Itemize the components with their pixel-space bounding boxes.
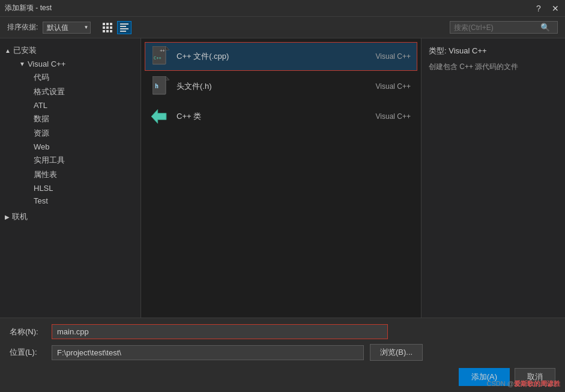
list-item-h[interactable]: h 头文件(.h) Visual C++ xyxy=(145,72,417,101)
class-file-name: C++ 类 xyxy=(177,111,371,122)
action-row: CSDN @爱斯歌的周谚胜 添加(A) 取消 xyxy=(10,368,555,386)
cancel-button[interactable]: 取消 xyxy=(515,368,555,386)
sidebar-item-resource[interactable]: 资源 xyxy=(29,126,140,140)
name-label: 名称(N): xyxy=(10,327,46,337)
sidebar-installed-header[interactable]: ▲ 已安装 xyxy=(0,43,140,58)
class-file-tag: Visual C++ xyxy=(376,112,411,121)
installed-arrow: ▲ xyxy=(5,47,11,54)
search-input[interactable] xyxy=(454,23,538,32)
cpp-file-tag: Visual C++ xyxy=(376,52,411,61)
list-view-button[interactable] xyxy=(117,21,131,34)
list-item-class[interactable]: C++ 类 Visual C++ xyxy=(145,102,417,131)
sidebar-online-label: 联机 xyxy=(12,211,28,222)
svg-text:h: h xyxy=(155,83,159,89)
sidebar: ▲ 已安装 ▼ Visual C++ 代码 格式设置 ATL 数据 资源 Web xyxy=(0,38,141,318)
list-item-cpp[interactable]: C++ + + C++ 文件(.cpp) Visual C++ xyxy=(145,42,417,71)
sidebar-item-format[interactable]: 格式设置 xyxy=(29,85,140,99)
search-icon[interactable]: 🔍 xyxy=(540,23,550,32)
sidebar-item-code[interactable]: 代码 xyxy=(29,70,140,85)
grid-icon xyxy=(103,23,112,32)
right-panel-type: 类型: Visual C++ xyxy=(429,46,558,56)
toolbar-right: 🔍 xyxy=(450,21,558,34)
search-box[interactable]: 🔍 xyxy=(450,21,558,34)
title-bar-controls: ? ✕ xyxy=(534,4,560,13)
title-bar-text: 添加新项 - test xyxy=(5,3,52,13)
main-list: C++ + + C++ 文件(.cpp) Visual C++ h xyxy=(141,38,421,318)
sidebar-installed-section: ▲ 已安装 ▼ Visual C++ 代码 格式设置 ATL 数据 资源 Web xyxy=(0,43,140,207)
list-icon xyxy=(120,23,128,32)
toolbar-icons xyxy=(100,21,131,34)
svg-marker-10 xyxy=(151,109,166,123)
close-button[interactable]: ✕ xyxy=(551,4,560,13)
h-file-icon: h xyxy=(151,77,171,96)
content: ▲ 已安装 ▼ Visual C++ 代码 格式设置 ATL 数据 资源 Web xyxy=(0,38,565,318)
sidebar-item-web[interactable]: Web xyxy=(29,140,140,153)
sidebar-item-property[interactable]: 属性表 xyxy=(29,167,140,182)
location-input[interactable] xyxy=(52,345,364,360)
sort-label: 排序依据: xyxy=(7,22,38,32)
visual-cpp-arrow: ▼ xyxy=(19,61,25,67)
h-file-name: 头文件(.h) xyxy=(177,81,371,92)
visual-cpp-children: 代码 格式设置 ATL 数据 资源 Web 实用工具 属性表 HLSL Test xyxy=(14,70,140,207)
title-bar: 添加新项 - test ? ✕ xyxy=(0,0,565,17)
sort-select-wrapper[interactable]: 默认值 名称 类型 xyxy=(43,22,91,34)
class-file-icon xyxy=(151,107,171,126)
h-file-tag: Visual C++ xyxy=(376,82,411,91)
sidebar-online-section: ▶ 联机 xyxy=(0,210,140,224)
class-icon-svg xyxy=(151,106,171,127)
right-panel: 类型: Visual C++ 创建包含 C++ 源代码的文件 xyxy=(421,38,565,318)
online-arrow: ▶ xyxy=(5,214,10,220)
sidebar-item-data[interactable]: 数据 xyxy=(29,112,140,126)
add-button[interactable]: 添加(A) xyxy=(459,368,510,386)
name-input[interactable] xyxy=(52,324,388,339)
svg-text:C++: C++ xyxy=(154,56,162,61)
svg-marker-8 xyxy=(166,76,169,80)
sidebar-item-hlsl[interactable]: HLSL xyxy=(29,182,140,194)
location-row: 位置(L): 浏览(B)... xyxy=(10,344,555,361)
sidebar-online-header[interactable]: ▶ 联机 xyxy=(0,210,140,224)
sidebar-visual-cpp[interactable]: ▼ Visual C++ xyxy=(14,58,140,70)
dialog: 排序依据: 默认值 名称 类型 xyxy=(0,17,565,392)
cpp-file-name: C++ 文件(.cpp) xyxy=(177,51,371,62)
name-row: 名称(N): xyxy=(10,324,555,339)
svg-text:+: + xyxy=(162,48,165,53)
sidebar-installed-label: 已安装 xyxy=(13,45,37,56)
location-label: 位置(L): xyxy=(10,347,46,358)
right-panel-desc: 创建包含 C++ 源代码的文件 xyxy=(429,61,558,72)
cpp-file-icon: C++ + + xyxy=(151,47,171,66)
cpp-icon-svg: C++ + + xyxy=(153,46,169,67)
sidebar-item-atl[interactable]: ATL xyxy=(29,99,140,112)
browse-button[interactable]: 浏览(B)... xyxy=(370,344,423,361)
visual-cpp-label: Visual C++ xyxy=(28,59,65,68)
toolbar: 排序依据: 默认值 名称 类型 xyxy=(0,17,565,38)
bottom-bar: 名称(N): 位置(L): 浏览(B)... CSDN @爱斯歌的周谚胜 添加(… xyxy=(0,318,565,392)
help-button[interactable]: ? xyxy=(534,4,543,13)
sidebar-item-test[interactable]: Test xyxy=(29,194,140,207)
grid-view-button[interactable] xyxy=(100,21,115,34)
h-icon-svg: h xyxy=(153,76,169,97)
sidebar-installed-children: ▼ Visual C++ 代码 格式设置 ATL 数据 资源 Web 实用工具 … xyxy=(0,58,140,207)
sidebar-item-utility[interactable]: 实用工具 xyxy=(29,153,140,167)
sort-select[interactable]: 默认值 名称 类型 xyxy=(43,22,91,34)
